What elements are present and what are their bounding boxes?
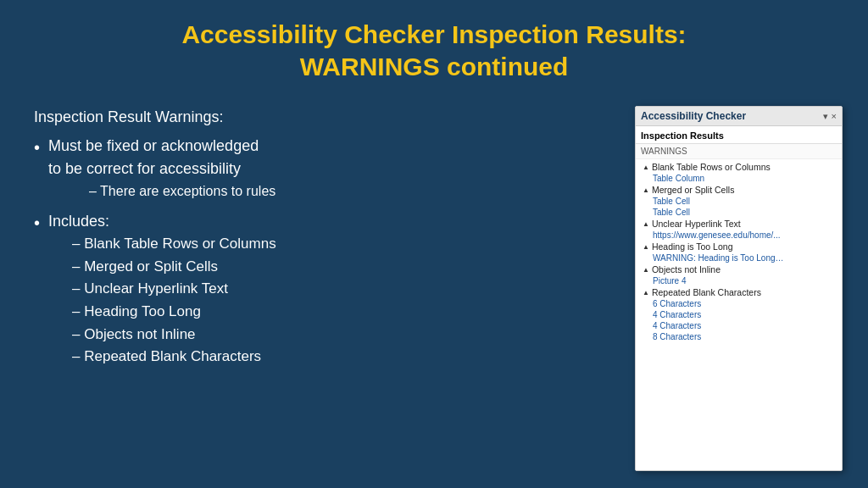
tree-parent-item[interactable]: ▲ Blank Table Rows or Columns — [636, 161, 842, 173]
sub-sub-item-exceptions: There are exceptions to rules — [89, 181, 275, 201]
triangle-icon: ▲ — [643, 243, 649, 251]
checker-controls: ▾ × — [823, 111, 837, 122]
right-panel: Accessibility Checker ▾ × Inspection Res… — [635, 106, 843, 471]
includes-list: Blank Table Rows or Columns Merged or Sp… — [72, 234, 276, 368]
tree-child-item[interactable]: WARNING: Heading is Too Long… — [636, 252, 842, 263]
includes-item-2: Merged or Split Cells — [72, 257, 276, 278]
slide-title: Accessibility Checker Inspection Results… — [34, 19, 834, 82]
close-icon[interactable]: × — [832, 111, 837, 122]
inspection-results-label: Inspection Results — [636, 126, 842, 144]
slide-header: Accessibility Checker Inspection Results… — [0, 0, 868, 97]
tree-child-item[interactable]: https://www.genesee.edu/home/... — [636, 230, 842, 241]
warnings-label: WARNINGS — [636, 144, 842, 159]
tree-child-item[interactable]: 8 Characters — [636, 331, 842, 342]
left-panel: Inspection Result Warnings: • Must be fi… — [34, 106, 618, 471]
tree-parent-item[interactable]: ▲ Objects not Inline — [636, 263, 842, 275]
tree-child-item[interactable]: 4 Characters — [636, 320, 842, 331]
checker-title: Accessibility Checker — [641, 110, 746, 122]
section-label: Inspection Result Warnings: — [34, 106, 618, 128]
bullet-item-1: • Must be fixed or acknowledgedto be cor… — [34, 135, 618, 206]
bullet-text-2: Includes: — [48, 213, 109, 230]
triangle-icon: ▲ — [643, 266, 649, 274]
pin-icon[interactable]: ▾ — [823, 111, 828, 122]
bullet-text-1: Must be fixed or acknowledgedto be corre… — [48, 137, 259, 177]
checker-window: Accessibility Checker ▾ × Inspection Res… — [635, 106, 843, 471]
tree-list: ▲ Blank Table Rows or ColumnsTable Colum… — [636, 159, 842, 344]
tree-child-item[interactable]: 4 Characters — [636, 309, 842, 320]
includes-item-3: Unclear Hyperlink Text — [72, 279, 276, 300]
includes-item-4: Heading Too Long — [72, 302, 276, 323]
checker-titlebar: Accessibility Checker ▾ × — [636, 107, 842, 126]
triangle-icon: ▲ — [643, 220, 649, 228]
tree-parent-item[interactable]: ▲ Merged or Split Cells — [636, 184, 842, 196]
triangle-icon: ▲ — [643, 186, 649, 194]
tree-child-item[interactable]: Table Column — [636, 173, 842, 184]
tree-child-item[interactable]: Table Cell — [636, 196, 842, 207]
slide: Accessibility Checker Inspection Results… — [0, 0, 868, 488]
tree-parent-item[interactable]: ▲ Unclear Hyperlink Text — [636, 218, 842, 230]
includes-item-1: Blank Table Rows or Columns — [72, 234, 276, 255]
triangle-icon: ▲ — [643, 289, 649, 297]
tree-parent-item[interactable]: ▲ Heading is Too Long — [636, 241, 842, 252]
tree-child-item[interactable]: 6 Characters — [636, 298, 842, 309]
bullet-item-2: • Includes: Blank Table Rows or Columns … — [34, 210, 618, 373]
bullet-dot-2: • — [34, 211, 40, 236]
title-line1: Accessibility Checker Inspection Results… — [181, 20, 686, 48]
includes-item-5: Objects not Inline — [72, 324, 276, 346]
tree-child-item[interactable]: Table Cell — [636, 207, 842, 218]
triangle-icon: ▲ — [643, 164, 649, 171]
tree-parent-item[interactable]: ▲ Repeated Blank Characters — [636, 286, 842, 298]
tree-child-item[interactable]: Picture 4 — [636, 275, 842, 286]
content-area: Inspection Result Warnings: • Must be fi… — [0, 97, 868, 488]
checker-body: Inspection Results WARNINGS ▲ Blank Tabl… — [636, 126, 842, 470]
bullet-dot-1: • — [34, 136, 40, 160]
includes-item-6: Repeated Blank Characters — [72, 347, 276, 368]
title-line2: WARNINGS continued — [300, 53, 569, 80]
sub-list-1: There are exceptions to rules — [72, 181, 275, 201]
